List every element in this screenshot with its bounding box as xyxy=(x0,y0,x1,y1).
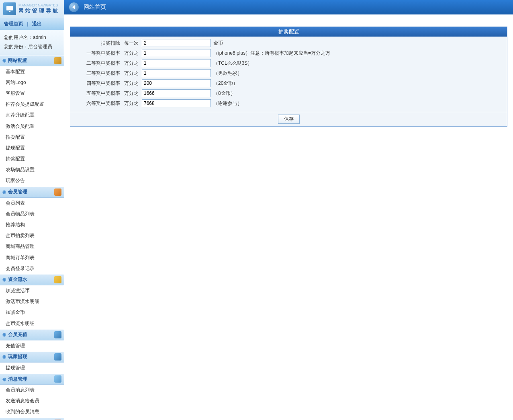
nav-item[interactable]: 会员消息列表 xyxy=(0,385,64,395)
nav-item[interactable]: 激活币流水明细 xyxy=(0,296,64,307)
main-header: 网站首页 xyxy=(64,0,513,14)
nav-item[interactable]: 金币拍卖列表 xyxy=(0,230,64,241)
form-prefix: 每一次 xyxy=(124,40,142,47)
save-button[interactable]: 保存 xyxy=(278,115,300,124)
form-suffix: （谢谢参与） xyxy=(213,100,242,107)
nav-section-title: 会员充值 xyxy=(8,331,27,338)
back-button[interactable] xyxy=(69,2,79,12)
nav-item[interactable]: 基本配置 xyxy=(0,66,64,77)
form-prefix: 万分之 xyxy=(124,100,142,107)
lock-icon xyxy=(54,276,61,283)
nav-item[interactable]: 发送消息给会员 xyxy=(0,395,64,406)
form-row: 三等奖中奖概率万分之（男款毛衫） xyxy=(72,69,505,77)
svg-rect-2 xyxy=(8,12,11,12)
nav-item[interactable]: 农场物品设置 xyxy=(0,164,64,175)
nav-section-header[interactable]: ◉工具 xyxy=(0,418,64,420)
form-suffix: （8金币） xyxy=(213,90,235,97)
nav-items: 会员列表会员物品列表推荐结构金币拍卖列表商城商品管理商城订单列表会员登录记录 xyxy=(0,198,64,274)
nav-items: 会员消息列表发送消息给会员收到的会员消息 xyxy=(0,385,64,418)
nav-item[interactable]: 提现配置 xyxy=(0,143,64,154)
nav-section-title: 会员管理 xyxy=(8,188,27,195)
nav-section-header[interactable]: ◉消息管理 xyxy=(0,373,64,385)
nav-section-header[interactable]: ◉会员充值 xyxy=(0,329,64,340)
separator: | xyxy=(27,21,28,27)
form-label: 一等奖中奖概率 xyxy=(72,50,124,57)
nav-item[interactable]: 充值管理 xyxy=(0,340,64,351)
sidebar-header-sub: MANAGER NAVIGATES xyxy=(18,3,59,7)
form-input-2[interactable] xyxy=(142,59,211,67)
panel-footer: 保存 xyxy=(70,112,507,126)
nav-item[interactable]: 玩家公告 xyxy=(0,175,64,186)
form-input-4[interactable] xyxy=(142,79,211,87)
nav-item[interactable]: 商城订单列表 xyxy=(0,252,64,263)
form-input-3[interactable] xyxy=(142,69,211,77)
form-label: 二等奖中奖概率 xyxy=(72,60,124,67)
nav-item[interactable]: 拍卖配置 xyxy=(0,132,64,143)
nav-section-title: 玩家提现 xyxy=(8,353,27,360)
nav-item[interactable]: 直荐升级配置 xyxy=(0,110,64,121)
bullet-icon: ◉ xyxy=(2,377,6,382)
nav-section-header[interactable]: ◉玩家提现 xyxy=(0,351,64,363)
sidebar: MANAGER NAVIGATES 网站管理导航 管理首页 | 退出 您的用户名… xyxy=(0,0,64,420)
nav-item[interactable]: 商城商品管理 xyxy=(0,241,64,252)
bullet-icon: ◉ xyxy=(2,354,6,359)
sidebar-header-title: 网站管理导航 xyxy=(18,8,59,14)
form-suffix: （男款毛衫） xyxy=(213,70,242,77)
nav-item[interactable]: 加减激活币 xyxy=(0,285,64,296)
nav-section-header[interactable]: ◉网站配置 xyxy=(0,55,64,66)
form-prefix: 万分之 xyxy=(124,60,142,67)
nav-section-header[interactable]: ◉会员管理 xyxy=(0,186,64,198)
main-area: 网站首页 抽奖配置 抽奖扣除每一次金币一等奖中奖概率万分之（iphone6 pl… xyxy=(64,0,513,420)
nav-item[interactable]: 会员物品列表 xyxy=(0,209,64,219)
nav-item[interactable]: 收到的会员消息 xyxy=(0,406,64,417)
nav-items: 加减激活币激活币流水明细加减金币金币流水明细 xyxy=(0,285,64,329)
svg-rect-0 xyxy=(6,6,13,10)
svg-rect-1 xyxy=(9,11,10,12)
form-label: 四等奖中奖概率 xyxy=(72,80,124,87)
nav-item[interactable]: 加减金币 xyxy=(0,307,64,318)
nav-items: 提现管理 xyxy=(0,363,64,373)
form-row: 抽奖扣除每一次金币 xyxy=(72,39,505,47)
monitor-icon xyxy=(3,2,16,15)
bullet-icon: ◉ xyxy=(2,332,6,337)
bullet-icon: ◉ xyxy=(2,189,6,195)
username-value: admin xyxy=(33,35,46,40)
nav-item[interactable]: 会员登录记录 xyxy=(0,263,64,274)
form-suffix: （iphone6 plus）注意：所有概率加起来应当=万分之万 xyxy=(213,50,330,57)
nav-item[interactable]: 推荐会员提成配置 xyxy=(0,99,64,110)
sidebar-header: MANAGER NAVIGATES 网站管理导航 xyxy=(0,0,64,18)
sidebar-top-links: 管理首页 | 退出 xyxy=(0,18,64,30)
breadcrumb: 网站首页 xyxy=(84,4,106,11)
link-logout[interactable]: 退出 xyxy=(32,21,42,27)
form-label: 六等奖中奖概率 xyxy=(72,100,124,107)
panel-title: 抽奖配置 xyxy=(70,27,507,37)
role-value: 后台管理员 xyxy=(28,44,52,49)
nav-item[interactable]: 金币流水明细 xyxy=(0,318,64,329)
form-prefix: 万分之 xyxy=(124,80,142,87)
link-admin-home[interactable]: 管理首页 xyxy=(4,21,23,27)
form-prefix: 万分之 xyxy=(124,90,142,97)
nav-item[interactable]: 抽奖配置 xyxy=(0,154,64,164)
form-input-6[interactable] xyxy=(142,99,211,107)
form-row: 六等奖中奖概率万分之（谢谢参与） xyxy=(72,99,505,107)
form-input-0[interactable] xyxy=(142,39,211,47)
nav-section-title: 网站配置 xyxy=(8,57,27,64)
form-input-5[interactable] xyxy=(142,89,211,97)
nav-item[interactable]: 网站Logo xyxy=(0,77,64,88)
nav-items: 充值管理 xyxy=(0,340,64,351)
form-suffix: （20金币） xyxy=(213,80,238,87)
nav-item[interactable]: 会员列表 xyxy=(0,198,64,209)
form-row: 五等奖中奖概率万分之（8金币） xyxy=(72,89,505,97)
form-input-1[interactable] xyxy=(142,49,211,57)
form-label: 三等奖中奖概率 xyxy=(72,70,124,77)
form-prefix: 万分之 xyxy=(124,50,142,57)
people-icon xyxy=(54,188,61,196)
form-row: 一等奖中奖概率万分之（iphone6 plus）注意：所有概率加起来应当=万分之… xyxy=(72,49,505,57)
nav-item[interactable]: 客服设置 xyxy=(0,88,64,99)
form-suffix: 金币 xyxy=(213,40,223,47)
nav-item[interactable]: 推荐结构 xyxy=(0,219,64,230)
nav-section-header[interactable]: ◉资金流水 xyxy=(0,274,64,285)
bullet-icon: ◉ xyxy=(2,58,6,63)
nav-item[interactable]: 激活会员配置 xyxy=(0,121,64,132)
nav-item[interactable]: 提现管理 xyxy=(0,363,64,373)
